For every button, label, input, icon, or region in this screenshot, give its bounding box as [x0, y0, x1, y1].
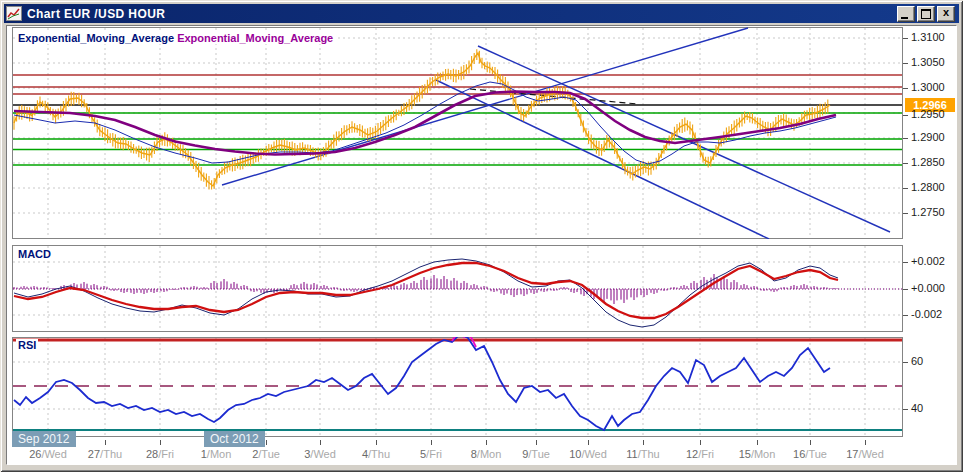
- date-tick: [588, 440, 589, 445]
- date-label: 26/Wed: [29, 448, 67, 460]
- date-weekday: /Wed: [41, 448, 66, 460]
- date-label: 2/Tue: [252, 448, 280, 460]
- price-axis-label: 1.3050: [911, 56, 945, 68]
- macd-axis-tick: [903, 262, 908, 263]
- chart-window: Chart EUR /USD HOUR x Exponential_Moving…: [0, 0, 963, 472]
- macd-axis-label: +0.000: [911, 282, 945, 294]
- macd-axis-tick: [903, 289, 908, 290]
- macd-axis-label: -0.002: [911, 308, 942, 320]
- macd-axis-label: +0.002: [911, 255, 945, 267]
- date-tick: [865, 440, 866, 445]
- price-axis-label: 1.2800: [911, 181, 945, 193]
- date-tick: [105, 440, 106, 445]
- date-tick: [320, 440, 321, 445]
- date-tick: [431, 440, 432, 445]
- date-label: 5/Fri: [420, 448, 442, 460]
- date-tick: [376, 440, 377, 445]
- date-weekday: /Mon: [477, 448, 501, 460]
- price-axis-label: 1.3100: [911, 31, 945, 43]
- date-label: 12/Fri: [686, 448, 714, 460]
- date-weekday: /Tue: [805, 448, 827, 460]
- rsi-chart[interactable]: [12, 337, 903, 437]
- month-box: Oct 2012: [204, 431, 265, 447]
- date-tick: [700, 440, 701, 445]
- price-axis-label: 1.2750: [911, 206, 945, 218]
- date-weekday: /Thu: [100, 448, 122, 460]
- date-label: 15/Mon: [739, 448, 776, 460]
- date-tick: [757, 440, 758, 445]
- ema-legend-blue[interactable]: Exponential_Moving_Average: [18, 32, 174, 44]
- rsi-panel-label: RSI: [16, 339, 38, 351]
- rsi-axis-tick: [903, 409, 908, 410]
- date-weekday: /Wed: [581, 448, 606, 460]
- date-weekday: /Fri: [426, 448, 442, 460]
- price-axis-tick: [903, 38, 908, 39]
- price-axis-tick: [903, 163, 908, 164]
- date-number: 12: [686, 448, 698, 460]
- date-weekday: /Thu: [638, 448, 660, 460]
- date-number: 27: [88, 448, 100, 460]
- date-weekday: /Fri: [698, 448, 714, 460]
- price-axis-tick: [903, 63, 908, 64]
- date-weekday: /Thu: [368, 448, 390, 460]
- price-axis-tick: [903, 115, 908, 116]
- date-label: 8/Mon: [471, 448, 502, 460]
- macd-axis-tick: [903, 315, 908, 316]
- date-label: 4/Thu: [362, 448, 390, 460]
- date-weekday: /Mon: [751, 448, 775, 460]
- date-weekday: /Tue: [258, 448, 280, 460]
- date-label: 28/Fri: [146, 448, 174, 460]
- date-weekday: /Wed: [858, 448, 883, 460]
- date-tick: [266, 440, 267, 445]
- indicator-legend: Exponential_Moving_Average Exponential_M…: [16, 32, 335, 44]
- date-tick: [536, 440, 537, 445]
- price-axis-label: 1.2900: [911, 131, 945, 143]
- date-number: 15: [739, 448, 751, 460]
- date-weekday: /Tue: [528, 448, 550, 460]
- macd-chart[interactable]: [12, 245, 903, 332]
- date-label: 16/Tue: [793, 448, 827, 460]
- date-number: 11: [626, 448, 637, 460]
- price-axis-tick: [903, 138, 908, 139]
- price-axis-label: 1.2850: [911, 156, 945, 168]
- price-axis-label: 1.3000: [911, 81, 945, 93]
- date-label: 3/Wed: [304, 448, 336, 460]
- ema-legend-purple[interactable]: Exponential_Moving_Average: [177, 32, 333, 44]
- date-number: 16: [793, 448, 805, 460]
- month-box: Sep 2012: [12, 431, 76, 447]
- date-label: 11/Thu: [626, 448, 659, 460]
- date-tick: [810, 440, 811, 445]
- date-tick: [486, 440, 487, 445]
- date-weekday: /Wed: [310, 448, 335, 460]
- date-weekday: /Mon: [207, 448, 231, 460]
- rsi-axis-label: 60: [911, 355, 923, 367]
- date-weekday: /Fri: [158, 448, 174, 460]
- date-number: 28: [146, 448, 158, 460]
- date-label: 27/Thu: [88, 448, 122, 460]
- date-label: 17/Wed: [846, 448, 884, 460]
- date-number: 26: [29, 448, 41, 460]
- date-tick: [643, 440, 644, 445]
- price-axis-tick: [903, 188, 908, 189]
- rsi-axis-label: 40: [911, 402, 923, 414]
- price-chart[interactable]: [12, 27, 903, 239]
- date-label: 10/Wed: [569, 448, 607, 460]
- date-tick: [160, 440, 161, 445]
- date-label: 9/Tue: [522, 448, 550, 460]
- price-axis-tick: [903, 88, 908, 89]
- price-axis-tick: [903, 213, 908, 214]
- date-number: 17: [846, 448, 858, 460]
- price-axis-label: 1.2950: [911, 108, 945, 120]
- date-label: 1/Mon: [201, 448, 232, 460]
- plot-space: Exponential_Moving_Average Exponential_M…: [0, 0, 963, 472]
- rsi-axis-tick: [903, 362, 908, 363]
- date-number: 10: [569, 448, 581, 460]
- macd-panel-label: MACD: [16, 248, 53, 260]
